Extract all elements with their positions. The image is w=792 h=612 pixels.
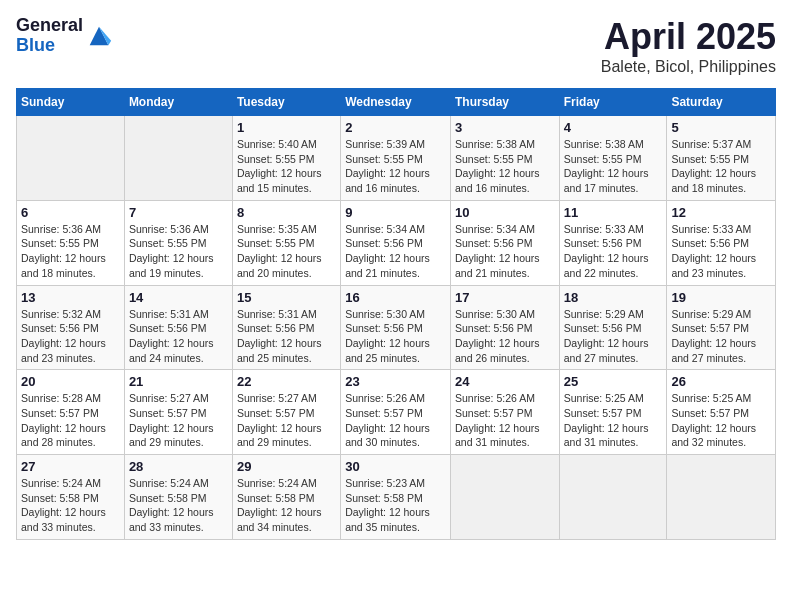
page-title: April 2025 [601,16,776,58]
day-number: 5 [671,120,771,135]
logo-blue: Blue [16,36,83,56]
day-number: 7 [129,205,228,220]
day-number: 30 [345,459,446,474]
day-info: Sunrise: 5:40 AM Sunset: 5:55 PM Dayligh… [237,137,336,196]
calendar-cell: 14Sunrise: 5:31 AM Sunset: 5:56 PM Dayli… [124,285,232,370]
day-number: 21 [129,374,228,389]
calendar-cell [667,455,776,540]
day-number: 14 [129,290,228,305]
calendar-cell: 27Sunrise: 5:24 AM Sunset: 5:58 PM Dayli… [17,455,125,540]
calendar-cell: 5Sunrise: 5:37 AM Sunset: 5:55 PM Daylig… [667,116,776,201]
day-number: 27 [21,459,120,474]
calendar-cell [124,116,232,201]
day-number: 25 [564,374,663,389]
day-info: Sunrise: 5:29 AM Sunset: 5:56 PM Dayligh… [564,307,663,366]
day-number: 3 [455,120,555,135]
calendar-table: SundayMondayTuesdayWednesdayThursdayFrid… [16,88,776,540]
day-info: Sunrise: 5:39 AM Sunset: 5:55 PM Dayligh… [345,137,446,196]
day-info: Sunrise: 5:31 AM Sunset: 5:56 PM Dayligh… [129,307,228,366]
calendar-cell: 2Sunrise: 5:39 AM Sunset: 5:55 PM Daylig… [341,116,451,201]
day-info: Sunrise: 5:30 AM Sunset: 5:56 PM Dayligh… [345,307,446,366]
calendar-cell: 28Sunrise: 5:24 AM Sunset: 5:58 PM Dayli… [124,455,232,540]
calendar-week-row: 20Sunrise: 5:28 AM Sunset: 5:57 PM Dayli… [17,370,776,455]
day-number: 17 [455,290,555,305]
day-info: Sunrise: 5:25 AM Sunset: 5:57 PM Dayligh… [671,391,771,450]
calendar-cell: 24Sunrise: 5:26 AM Sunset: 5:57 PM Dayli… [450,370,559,455]
page-header: General Blue April 2025 Balete, Bicol, P… [16,16,776,76]
day-number: 13 [21,290,120,305]
day-info: Sunrise: 5:26 AM Sunset: 5:57 PM Dayligh… [455,391,555,450]
day-info: Sunrise: 5:34 AM Sunset: 5:56 PM Dayligh… [455,222,555,281]
calendar-week-row: 6Sunrise: 5:36 AM Sunset: 5:55 PM Daylig… [17,200,776,285]
calendar-week-row: 13Sunrise: 5:32 AM Sunset: 5:56 PM Dayli… [17,285,776,370]
day-number: 16 [345,290,446,305]
day-number: 11 [564,205,663,220]
weekday-header-row: SundayMondayTuesdayWednesdayThursdayFrid… [17,89,776,116]
day-info: Sunrise: 5:26 AM Sunset: 5:57 PM Dayligh… [345,391,446,450]
day-info: Sunrise: 5:28 AM Sunset: 5:57 PM Dayligh… [21,391,120,450]
calendar-cell: 25Sunrise: 5:25 AM Sunset: 5:57 PM Dayli… [559,370,667,455]
day-info: Sunrise: 5:32 AM Sunset: 5:56 PM Dayligh… [21,307,120,366]
day-number: 6 [21,205,120,220]
day-number: 29 [237,459,336,474]
weekday-header: Tuesday [232,89,340,116]
calendar-cell: 4Sunrise: 5:38 AM Sunset: 5:55 PM Daylig… [559,116,667,201]
calendar-cell: 22Sunrise: 5:27 AM Sunset: 5:57 PM Dayli… [232,370,340,455]
day-number: 28 [129,459,228,474]
day-info: Sunrise: 5:25 AM Sunset: 5:57 PM Dayligh… [564,391,663,450]
day-number: 26 [671,374,771,389]
calendar-cell: 23Sunrise: 5:26 AM Sunset: 5:57 PM Dayli… [341,370,451,455]
day-number: 2 [345,120,446,135]
day-info: Sunrise: 5:35 AM Sunset: 5:55 PM Dayligh… [237,222,336,281]
day-info: Sunrise: 5:29 AM Sunset: 5:57 PM Dayligh… [671,307,771,366]
calendar-cell: 6Sunrise: 5:36 AM Sunset: 5:55 PM Daylig… [17,200,125,285]
day-number: 9 [345,205,446,220]
calendar-cell [450,455,559,540]
calendar-week-row: 1Sunrise: 5:40 AM Sunset: 5:55 PM Daylig… [17,116,776,201]
calendar-cell: 10Sunrise: 5:34 AM Sunset: 5:56 PM Dayli… [450,200,559,285]
day-info: Sunrise: 5:38 AM Sunset: 5:55 PM Dayligh… [564,137,663,196]
logo-general: General [16,16,83,36]
day-info: Sunrise: 5:37 AM Sunset: 5:55 PM Dayligh… [671,137,771,196]
day-info: Sunrise: 5:27 AM Sunset: 5:57 PM Dayligh… [129,391,228,450]
day-info: Sunrise: 5:38 AM Sunset: 5:55 PM Dayligh… [455,137,555,196]
day-info: Sunrise: 5:24 AM Sunset: 5:58 PM Dayligh… [237,476,336,535]
logo-icon [85,22,113,50]
day-number: 24 [455,374,555,389]
logo: General Blue [16,16,113,56]
calendar-cell: 16Sunrise: 5:30 AM Sunset: 5:56 PM Dayli… [341,285,451,370]
day-info: Sunrise: 5:24 AM Sunset: 5:58 PM Dayligh… [129,476,228,535]
day-info: Sunrise: 5:24 AM Sunset: 5:58 PM Dayligh… [21,476,120,535]
weekday-header: Thursday [450,89,559,116]
weekday-header: Sunday [17,89,125,116]
day-number: 23 [345,374,446,389]
calendar-cell: 3Sunrise: 5:38 AM Sunset: 5:55 PM Daylig… [450,116,559,201]
calendar-cell [559,455,667,540]
day-number: 19 [671,290,771,305]
day-info: Sunrise: 5:23 AM Sunset: 5:58 PM Dayligh… [345,476,446,535]
calendar-cell: 20Sunrise: 5:28 AM Sunset: 5:57 PM Dayli… [17,370,125,455]
day-number: 4 [564,120,663,135]
page-subtitle: Balete, Bicol, Philippines [601,58,776,76]
calendar-cell: 19Sunrise: 5:29 AM Sunset: 5:57 PM Dayli… [667,285,776,370]
calendar-cell: 7Sunrise: 5:36 AM Sunset: 5:55 PM Daylig… [124,200,232,285]
title-block: April 2025 Balete, Bicol, Philippines [601,16,776,76]
day-info: Sunrise: 5:31 AM Sunset: 5:56 PM Dayligh… [237,307,336,366]
day-number: 1 [237,120,336,135]
day-number: 22 [237,374,336,389]
weekday-header: Monday [124,89,232,116]
calendar-cell: 17Sunrise: 5:30 AM Sunset: 5:56 PM Dayli… [450,285,559,370]
day-info: Sunrise: 5:36 AM Sunset: 5:55 PM Dayligh… [129,222,228,281]
calendar-cell: 30Sunrise: 5:23 AM Sunset: 5:58 PM Dayli… [341,455,451,540]
day-number: 15 [237,290,336,305]
calendar-cell: 26Sunrise: 5:25 AM Sunset: 5:57 PM Dayli… [667,370,776,455]
calendar-cell: 1Sunrise: 5:40 AM Sunset: 5:55 PM Daylig… [232,116,340,201]
calendar-cell: 29Sunrise: 5:24 AM Sunset: 5:58 PM Dayli… [232,455,340,540]
day-info: Sunrise: 5:36 AM Sunset: 5:55 PM Dayligh… [21,222,120,281]
day-number: 10 [455,205,555,220]
day-number: 12 [671,205,771,220]
day-info: Sunrise: 5:33 AM Sunset: 5:56 PM Dayligh… [564,222,663,281]
calendar-cell: 21Sunrise: 5:27 AM Sunset: 5:57 PM Dayli… [124,370,232,455]
weekday-header: Wednesday [341,89,451,116]
day-info: Sunrise: 5:30 AM Sunset: 5:56 PM Dayligh… [455,307,555,366]
